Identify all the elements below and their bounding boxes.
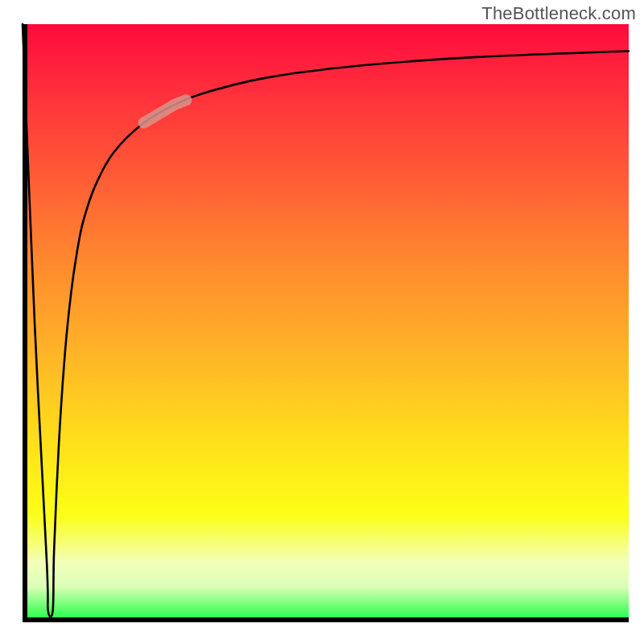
curve-highlight: [144, 100, 187, 122]
bottleneck-curve-line: [23, 24, 629, 617]
chart-stage: TheBottleneck.com: [0, 0, 644, 644]
highlight-pill: [144, 100, 187, 122]
curve-layer: [23, 24, 629, 622]
watermark-text: TheBottleneck.com: [481, 3, 636, 24]
plot-area: [23, 24, 629, 622]
